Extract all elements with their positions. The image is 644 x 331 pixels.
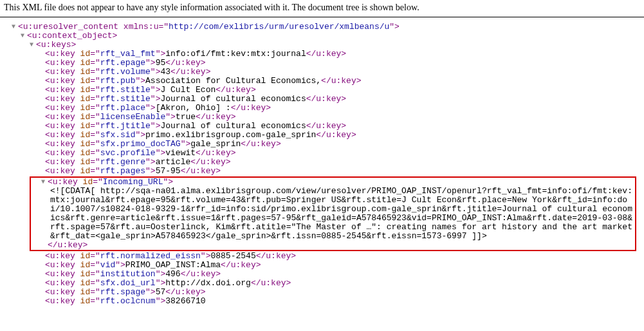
root-ns: http://com/exlibris/urm/uresolver/xmlbea… xyxy=(169,22,389,32)
key-id: vid xyxy=(100,260,115,270)
key-element[interactable]: <u:key id="sfx.sid">primo.exlibrisgroup.… xyxy=(3,131,644,140)
key-element[interactable]: <u:key id="sfx.doi_url">http://dx.doi.or… xyxy=(3,279,644,288)
qclose: "> xyxy=(145,287,156,297)
id-attr: id xyxy=(80,148,91,158)
key-id: rft.stitle xyxy=(100,94,151,104)
spacer xyxy=(39,149,45,158)
ukey-close: </u:key> xyxy=(321,76,361,86)
eq: =" xyxy=(90,166,100,176)
key-element[interactable]: <u:key id="rft_val_fmt">info:ofi/fmt:kev… xyxy=(3,50,644,59)
ukey-open: <u:key xyxy=(45,287,80,297)
key-element[interactable]: <u:key id="vid">PRIMO_OAP_INST:Alma</u:k… xyxy=(3,261,644,270)
ukey-close: </u:key> xyxy=(190,157,230,167)
ukey-close: </u:key> xyxy=(306,121,346,131)
key-value: Association for Cultural Economics, xyxy=(145,76,321,86)
key-id: sfx.doi_url xyxy=(100,278,156,288)
ukey-close: </u:key> xyxy=(216,85,255,95)
key-element[interactable]: <u:key id="rft.normalized_eissn">0885-25… xyxy=(3,252,644,261)
key-element[interactable]: <u:key id="rft.pages">57-95</u:key> xyxy=(3,167,644,176)
spacer xyxy=(39,288,45,297)
spacer xyxy=(39,104,45,113)
key-value: 57 xyxy=(156,287,166,297)
key-element[interactable]: <u:key id="rft.volume">43</u:key> xyxy=(3,68,644,77)
key-id: rft.spage xyxy=(100,287,145,297)
key-value: [Akron, Ohio] : xyxy=(156,103,231,113)
key-value: 496 xyxy=(165,269,180,279)
id-attr: id xyxy=(80,112,91,122)
key-element[interactable]: <u:key id="rft.oclcnum">38266710 xyxy=(3,297,644,306)
id-attr: id xyxy=(80,157,91,167)
chevron-down-icon[interactable]: ▼ xyxy=(41,178,48,187)
ukey-open: <u:key xyxy=(45,269,80,279)
key-id: rft.genre xyxy=(100,157,145,167)
key-element[interactable]: <u:key id="rft.jtitle">Journal of cultur… xyxy=(3,122,644,131)
key-id: rft.place xyxy=(100,103,145,113)
chevron-down-icon[interactable]: ▼ xyxy=(21,32,27,41)
eq: =" xyxy=(90,94,100,104)
chevron-down-icon[interactable]: ▼ xyxy=(12,23,18,32)
qclose: "> xyxy=(156,49,166,59)
spacer xyxy=(39,167,45,176)
incoming-url-key[interactable]: ▼<u:key id="Incoming_URL"> xyxy=(32,178,634,187)
key-element[interactable]: <u:key id="sfx.primo_docTAG">gale_sprin<… xyxy=(3,140,644,149)
eq: =" xyxy=(90,58,100,68)
spacer xyxy=(39,50,45,59)
ukey-open: <u:key xyxy=(45,296,80,306)
qclose: "> xyxy=(145,166,156,176)
eq: =" xyxy=(93,177,103,187)
ukey-open: <u:key xyxy=(45,166,80,176)
key-element[interactable]: <u:key id="rft.spage">57</u:key> xyxy=(3,288,644,297)
ukey-open: <u:key xyxy=(45,94,80,104)
context-object-element[interactable]: ▼<u:context_object> xyxy=(3,32,644,41)
qclose: "> xyxy=(151,85,161,95)
ukey-open: <u:key xyxy=(45,130,80,140)
spacer xyxy=(39,252,45,261)
ukey-open: <u:key xyxy=(45,67,80,77)
key-element[interactable]: <u:key id="licenseEnable">true</u:key> xyxy=(3,113,644,122)
root-element[interactable]: ▼<u:uresolver_content xmlns:u="http://co… xyxy=(3,23,644,32)
incoming-url-cdata: <![CDATA[ http://sqa-na01.alma.exlibrisg… xyxy=(32,187,634,241)
key-value: primo.exlibrisgroup.com-gale_sprin xyxy=(145,130,316,140)
ukey-open: <u:key xyxy=(45,103,80,113)
ukey-close: </u:key> xyxy=(231,103,271,113)
key-element[interactable]: <u:key id="svc.profile">viewit</u:key> xyxy=(3,149,644,158)
eq: =" xyxy=(90,85,100,95)
ukey-close: </u:key> xyxy=(306,94,346,104)
spacer xyxy=(39,158,45,167)
eq: =" xyxy=(90,76,100,86)
qclose: "> xyxy=(156,148,166,158)
ukey-open: <u:key xyxy=(48,177,83,187)
eq: =" xyxy=(90,278,100,288)
spacer xyxy=(39,131,45,140)
chevron-down-icon[interactable]: ▼ xyxy=(30,41,36,50)
key-value: article xyxy=(156,157,191,167)
ukey-close: </u:key> xyxy=(241,139,281,149)
highlighted-region: ▼<u:key id="Incoming_URL"> <![CDATA[ htt… xyxy=(30,176,636,251)
key-element[interactable]: <u:key id="rft.pub">Association for Cult… xyxy=(3,77,644,86)
key-element[interactable]: <u:key id="rft.genre">article</u:key> xyxy=(3,158,644,167)
key-element[interactable]: <u:key id="institution">496</u:key> xyxy=(3,270,644,279)
id-attr: id xyxy=(80,121,91,131)
spacer xyxy=(39,140,45,149)
keys-element[interactable]: ▼<u:keys> xyxy=(3,41,644,50)
spacer xyxy=(39,77,45,86)
key-element[interactable]: <u:key id="rft.epage">95</u:key> xyxy=(3,59,644,68)
id-attr: id xyxy=(80,76,91,86)
key-id: rft.normalized_eissn xyxy=(100,251,201,261)
spacer xyxy=(39,113,45,122)
no-style-banner: This XML file does not appear to have an… xyxy=(0,0,644,17)
ukey-close: </u:key> xyxy=(48,240,87,250)
ukey-open: <u:key xyxy=(45,157,80,167)
key-id: institution xyxy=(100,269,156,279)
eq: =" xyxy=(90,287,100,297)
key-value: info:ofi/fmt:kev:mtx:journal xyxy=(165,49,306,59)
key-value: Journal of cultural economics xyxy=(160,94,306,104)
qclose: "> xyxy=(181,139,191,149)
key-id: rft.volume xyxy=(100,67,151,77)
key-id: sfx.primo_docTAG xyxy=(100,139,181,149)
key-element[interactable]: <u:key id="rft.place">[Akron, Ohio] :</u… xyxy=(3,104,644,113)
key-element[interactable]: <u:key id="rft.stitle">J Cult Econ</u:ke… xyxy=(3,86,644,95)
key-element[interactable]: <u:key id="rft.stitle">Journal of cultur… xyxy=(3,95,644,104)
ukey-close: </u:key> xyxy=(196,112,235,122)
key-id: rft.oclcnum xyxy=(100,296,156,306)
